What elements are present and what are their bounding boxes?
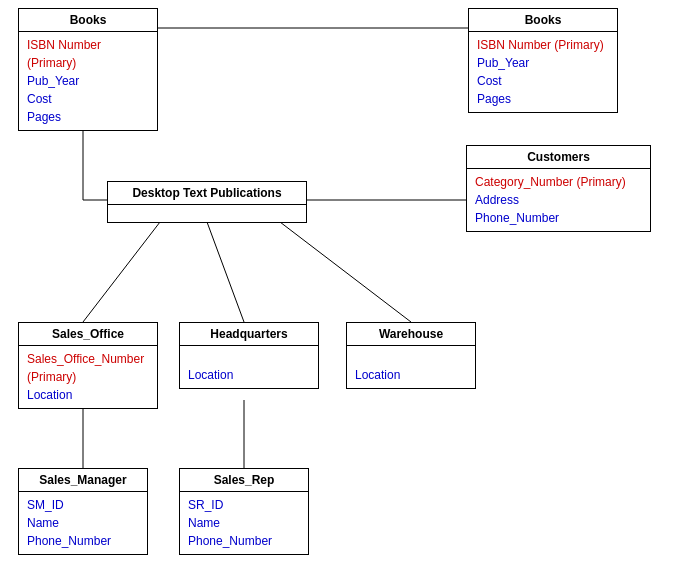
svg-line-5: [83, 222, 160, 322]
entity-desktop-title: Desktop Text Publications: [108, 182, 306, 205]
erd-diagram: Books ISBN Number (Primary) Pub_Year Cos…: [0, 0, 675, 568]
entity-headquarters-title: Headquarters: [180, 323, 318, 346]
field: Phone_Number: [475, 209, 642, 227]
field: Location: [355, 366, 467, 384]
field: Cost: [27, 90, 149, 108]
entity-sales-rep-title: Sales_Rep: [180, 469, 308, 492]
entity-books-left: Books ISBN Number (Primary) Pub_Year Cos…: [18, 8, 158, 131]
field: Pub_Year: [477, 54, 609, 72]
entity-customers-title: Customers: [467, 146, 650, 169]
entity-books-right: Books ISBN Number (Primary) Pub_Year Cos…: [468, 8, 618, 113]
entity-headquarters-body: Location: [180, 346, 318, 388]
entity-books-right-title: Books: [469, 9, 617, 32]
entity-books-left-body: ISBN Number (Primary) Pub_Year Cost Page…: [19, 32, 157, 130]
field: Phone_Number: [188, 532, 300, 550]
entity-sales-office-body: Sales_Office_Number (Primary) Location: [19, 346, 157, 408]
field: Name: [27, 514, 139, 532]
entity-books-left-title: Books: [19, 9, 157, 32]
entity-desktop-body: [108, 205, 306, 215]
svg-line-7: [280, 222, 411, 322]
field: Location: [27, 386, 149, 404]
entity-desktop: Desktop Text Publications: [107, 181, 307, 223]
entity-warehouse-title: Warehouse: [347, 323, 475, 346]
entity-warehouse-body: Location: [347, 346, 475, 388]
entity-sales-manager: Sales_Manager SM_ID Name Phone_Number: [18, 468, 148, 555]
field: Cost: [477, 72, 609, 90]
field: Pub_Year: [27, 72, 149, 90]
entity-warehouse: Warehouse Location: [346, 322, 476, 389]
entity-sales-office: Sales_Office Sales_Office_Number (Primar…: [18, 322, 158, 409]
field: Sales_Office_Number: [27, 350, 149, 368]
entity-headquarters: Headquarters Location: [179, 322, 319, 389]
field: Location: [188, 366, 310, 384]
field: Pages: [477, 90, 609, 108]
entity-sales-rep: Sales_Rep SR_ID Name Phone_Number: [179, 468, 309, 555]
entity-customers-body: Category_Number (Primary) Address Phone_…: [467, 169, 650, 231]
entity-sales-manager-body: SM_ID Name Phone_Number: [19, 492, 147, 554]
field: Address: [475, 191, 642, 209]
field: ISBN Number (Primary): [27, 36, 149, 72]
field: Phone_Number: [27, 532, 139, 550]
entity-sales-rep-body: SR_ID Name Phone_Number: [180, 492, 308, 554]
field: SR_ID: [188, 496, 300, 514]
entity-books-right-body: ISBN Number (Primary) Pub_Year Cost Page…: [469, 32, 617, 112]
entity-sales-office-title: Sales_Office: [19, 323, 157, 346]
entity-sales-manager-title: Sales_Manager: [19, 469, 147, 492]
field: (Primary): [27, 368, 149, 386]
svg-line-6: [207, 222, 244, 322]
field: SM_ID: [27, 496, 139, 514]
field: Name: [188, 514, 300, 532]
field: Pages: [27, 108, 149, 126]
field: Category_Number (Primary): [475, 173, 642, 191]
field: ISBN Number (Primary): [477, 36, 609, 54]
entity-customers: Customers Category_Number (Primary) Addr…: [466, 145, 651, 232]
